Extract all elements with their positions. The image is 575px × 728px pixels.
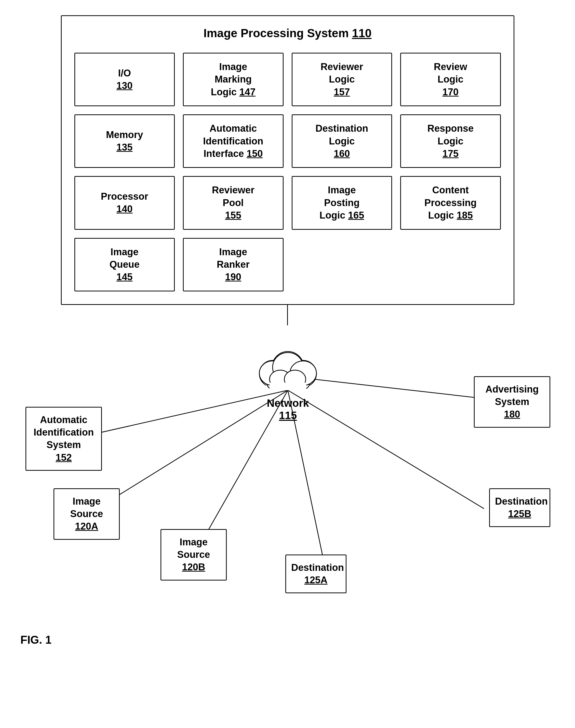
ips-title: Image Processing System 110 — [74, 26, 501, 40]
network-cloud: Network 115 — [252, 346, 324, 422]
cell-processor: Processor140 — [74, 176, 175, 230]
box-advertising-system: AdvertisingSystem180 — [474, 376, 550, 428]
cell-response-logic: ResponseLogic175 — [400, 114, 501, 168]
box-image-source-b: ImageSource120B — [161, 529, 227, 581]
ips-title-text: Image Processing System — [204, 27, 349, 40]
cell-content-processing-logic: ContentProcessingLogic 185 — [400, 176, 501, 230]
image-processing-system: Image Processing System 110 I/O130 Image… — [61, 15, 514, 305]
cell-image-posting-logic: ImagePostingLogic 165 — [292, 176, 392, 230]
cloud-svg — [252, 346, 324, 394]
box-auto-id-system: AutomaticIdentificationSystem152 — [26, 407, 102, 471]
cell-review-logic: ReviewLogic170 — [400, 53, 501, 106]
cell-image-ranker: ImageRanker190 — [183, 238, 283, 291]
connector-ips-network — [21, 305, 554, 325]
cell-destination-logic: DestinationLogic160 — [292, 114, 392, 168]
cell-auto-id-interface: AutomaticIdentificationInterface 150 — [183, 114, 283, 168]
cell-io: I/O130 — [74, 53, 175, 106]
svg-rect-17 — [270, 383, 306, 390]
ips-title-num: 110 — [352, 27, 372, 40]
bottom-section: Network 115 AutomaticIdentificationSyste… — [21, 325, 555, 651]
cell-reviewer-pool: ReviewerPool155 — [183, 176, 283, 230]
cell-reviewer-logic: ReviewerLogic157 — [292, 53, 392, 106]
box-destination-a: Destination125A — [285, 555, 346, 593]
empty-cell-1 — [292, 238, 392, 291]
box-destination-b: Destination125B — [489, 488, 550, 527]
network-num: 115 — [279, 409, 297, 421]
vertical-line — [287, 305, 288, 325]
network-label: Network 115 — [252, 397, 324, 422]
box-image-source-a: ImageSource120A — [54, 488, 120, 540]
fig-label: FIG. 1 — [21, 633, 52, 646]
cell-image-queue: ImageQueue145 — [74, 238, 175, 291]
empty-cell-2 — [400, 238, 501, 291]
cell-memory: Memory135 — [74, 114, 175, 168]
ips-grid: I/O130 ImageMarkingLogic 147 ReviewerLog… — [74, 53, 501, 291]
cell-image-marking: ImageMarkingLogic 147 — [183, 53, 283, 106]
